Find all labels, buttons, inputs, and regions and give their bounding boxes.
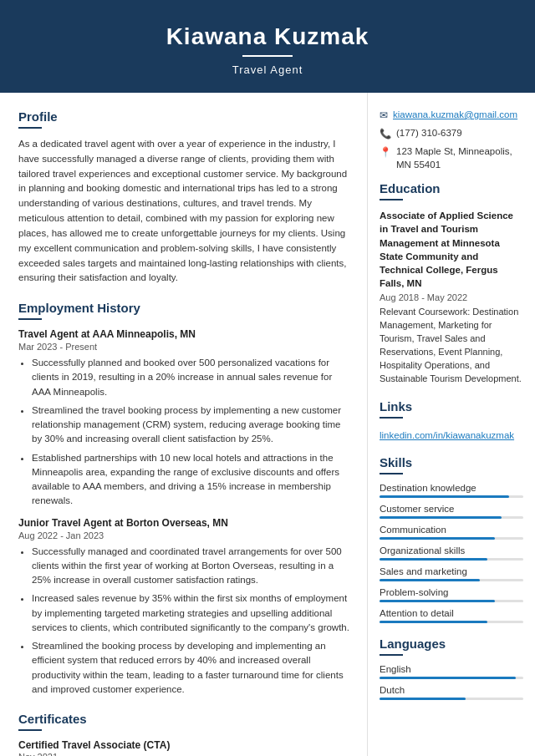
skill-name: Destination knowledge bbox=[380, 483, 523, 493]
email-icon: ✉ bbox=[380, 109, 388, 122]
resume-container: Kiawana Kuzmak Travel Agent Profile As a… bbox=[0, 0, 535, 756]
skill-item: Attention to detail bbox=[380, 608, 523, 623]
certificates-divider bbox=[18, 729, 42, 731]
skill-bar-bg bbox=[380, 621, 523, 623]
skill-item: Customer service bbox=[380, 504, 523, 519]
profile-text: As a dedicated travel agent with over a … bbox=[18, 137, 352, 286]
education-coursework: Relevant Coursework: Destination Managem… bbox=[380, 306, 523, 386]
skill-item: Communication bbox=[380, 525, 523, 540]
education-degree: Associate of Applied Science in Travel a… bbox=[380, 209, 523, 290]
skill-bar-bg bbox=[380, 495, 523, 498]
lang-name: English bbox=[380, 664, 523, 674]
skill-name: Attention to detail bbox=[380, 608, 523, 618]
job-2-dates: Aug 2022 - Jan 2023 bbox=[18, 530, 352, 540]
skill-name: Problem-solving bbox=[380, 587, 523, 597]
languages-section: Languages English Dutch bbox=[380, 637, 523, 700]
main-column: Profile As a dedicated travel agent with… bbox=[0, 93, 368, 756]
profile-section: Profile As a dedicated travel agent with… bbox=[18, 109, 352, 286]
phone-icon: 📞 bbox=[380, 127, 391, 140]
skills-section: Skills Destination knowledge Customer se… bbox=[380, 455, 523, 623]
skill-item: Problem-solving bbox=[380, 587, 523, 602]
skill-item: Destination knowledge bbox=[380, 483, 523, 498]
education-dates: Aug 2018 - May 2022 bbox=[380, 292, 523, 302]
lang-bar-bg bbox=[380, 698, 523, 700]
skill-name: Customer service bbox=[380, 504, 523, 514]
skills-title: Skills bbox=[380, 455, 523, 469]
job-2-title: Junior Travel Agent at Borton Overseas, … bbox=[18, 517, 352, 529]
job-2-bullet-2: Increased sales revenue by 35% within th… bbox=[32, 591, 352, 635]
lang-name: Dutch bbox=[380, 685, 523, 695]
header-underline bbox=[242, 55, 293, 57]
candidate-title: Travel Agent bbox=[17, 63, 518, 76]
skills-divider bbox=[380, 473, 403, 474]
certificates-section: Certificates Certified Travel Associate … bbox=[18, 712, 352, 756]
cert-1: Certified Travel Associate (CTA) Nov 202… bbox=[18, 739, 352, 756]
location-icon: 📍 bbox=[380, 145, 391, 159]
job-1-bullet-1: Successfully planned and booked over 500… bbox=[32, 356, 352, 399]
header: Kiawana Kuzmak Travel Agent bbox=[0, 0, 535, 93]
cert-1-title: Certified Travel Associate (CTA) bbox=[18, 739, 352, 751]
job-1-bullet-3: Established partnerships with 10 new loc… bbox=[32, 451, 352, 509]
education-section: Education Associate of Applied Science i… bbox=[380, 181, 523, 385]
email-link[interactable]: kiawana.kuzmak@gmail.com bbox=[393, 108, 517, 121]
skill-name: Communication bbox=[380, 525, 523, 535]
profile-divider bbox=[18, 127, 42, 129]
skill-name: Organizational skills bbox=[380, 545, 523, 556]
certificates-title: Certificates bbox=[18, 712, 352, 726]
cert-1-date: Nov 2021 bbox=[18, 752, 352, 756]
links-divider bbox=[380, 417, 403, 419]
job-2-bullet-3: Streamlined the booking process by devel… bbox=[32, 639, 352, 697]
languages-divider bbox=[380, 654, 403, 656]
skill-bar-fill bbox=[380, 537, 495, 540]
candidate-name: Kiawana Kuzmak bbox=[17, 23, 518, 50]
job-1-bullets: Successfully planned and booked over 500… bbox=[18, 356, 352, 509]
skill-bar-fill bbox=[380, 558, 487, 561]
phone-number: (177) 310-6379 bbox=[396, 126, 462, 140]
skill-bar-bg bbox=[380, 537, 523, 540]
skill-bar-fill bbox=[380, 621, 487, 623]
contact-address: 📍 123 Maple St, Minneapolis, MN 55401 bbox=[380, 145, 523, 171]
lang-bar-fill bbox=[380, 698, 466, 700]
sidebar: ✉ kiawana.kuzmak@gmail.com 📞 (177) 310-6… bbox=[368, 93, 535, 756]
languages-list: English Dutch bbox=[380, 664, 523, 700]
skill-bar-bg bbox=[380, 600, 523, 602]
address-text: 123 Maple St, Minneapolis, MN 55401 bbox=[396, 145, 523, 171]
lang-item: Dutch bbox=[380, 685, 523, 700]
job-1-dates: Mar 2023 - Present bbox=[18, 342, 352, 352]
skill-item: Sales and marketing bbox=[380, 566, 523, 581]
skill-bar-fill bbox=[380, 600, 495, 602]
employment-section: Employment History Travel Agent at AAA M… bbox=[18, 301, 352, 697]
employment-divider bbox=[18, 318, 42, 320]
employment-title: Employment History bbox=[18, 301, 352, 315]
education-divider bbox=[380, 199, 403, 200]
job-1-title: Travel Agent at AAA Minneapolis, MN bbox=[18, 328, 352, 340]
lang-item: English bbox=[380, 664, 523, 679]
skill-bar-bg bbox=[380, 516, 523, 519]
linkedin-link[interactable]: linkedin.com/in/kiawanakuzmak bbox=[380, 430, 514, 440]
job-1: Travel Agent at AAA Minneapolis, MN Mar … bbox=[18, 328, 352, 509]
skill-bar-bg bbox=[380, 558, 523, 561]
contact-email: ✉ kiawana.kuzmak@gmail.com bbox=[380, 108, 523, 122]
job-1-bullet-2: Streamlined the travel booking process b… bbox=[32, 403, 352, 447]
job-2: Junior Travel Agent at Borton Overseas, … bbox=[18, 517, 352, 698]
contact-phone: 📞 (177) 310-6379 bbox=[380, 126, 523, 140]
skill-bar-fill bbox=[380, 579, 480, 581]
contact-section: ✉ kiawana.kuzmak@gmail.com 📞 (177) 310-6… bbox=[380, 108, 523, 171]
skill-name: Sales and marketing bbox=[380, 566, 523, 576]
skill-item: Organizational skills bbox=[380, 545, 523, 561]
links-section: Links linkedin.com/in/kiawanakuzmak bbox=[380, 399, 523, 442]
resume-body: Profile As a dedicated travel agent with… bbox=[0, 93, 535, 756]
lang-bar-bg bbox=[380, 677, 523, 679]
job-2-bullet-1: Successfully managed and coordinated tra… bbox=[32, 545, 352, 588]
links-title: Links bbox=[380, 399, 523, 414]
languages-title: Languages bbox=[380, 637, 523, 651]
skill-bar-fill bbox=[380, 495, 509, 498]
lang-bar-fill bbox=[380, 677, 516, 679]
skill-bar-bg bbox=[380, 579, 523, 581]
job-2-bullets: Successfully managed and coordinated tra… bbox=[18, 545, 352, 698]
education-title: Education bbox=[380, 181, 523, 195]
skills-list: Destination knowledge Customer service C… bbox=[380, 483, 523, 623]
profile-title: Profile bbox=[18, 109, 352, 124]
skill-bar-fill bbox=[380, 516, 502, 519]
